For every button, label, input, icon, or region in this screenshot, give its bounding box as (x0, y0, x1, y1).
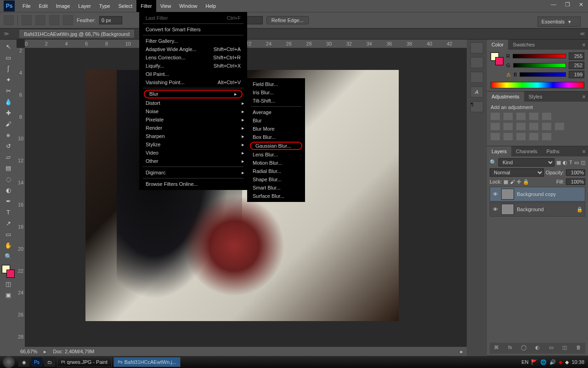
tray-unknown-icon[interactable]: ◆ (565, 359, 569, 365)
hue-adjustment-icon[interactable] (491, 123, 500, 130)
submenu-item-iris-blur-[interactable]: Iris Blur... (247, 88, 305, 97)
crop-tool[interactable]: ✂ (3, 86, 14, 96)
photofilter-adjustment-icon[interactable] (529, 123, 538, 130)
selection-subtract-icon[interactable] (49, 15, 59, 25)
fill-input[interactable] (566, 178, 585, 185)
brush-tool[interactable]: 🖌 (3, 119, 14, 129)
tray-flag-icon[interactable]: 🚩 (531, 359, 537, 365)
menu-item-filter-gallery[interactable]: Filter Gallery... (139, 37, 247, 45)
g-input[interactable] (569, 62, 584, 69)
gradient-tool[interactable]: ▤ (3, 163, 14, 173)
close-button[interactable]: ✕ (574, 0, 588, 9)
menu-item-render[interactable]: Render▸ (139, 124, 247, 132)
layer-group-icon[interactable]: ▭ (547, 345, 555, 352)
menu-type[interactable]: Type (95, 0, 114, 12)
maximize-button[interactable]: ❐ (560, 0, 574, 9)
eraser-tool[interactable]: ▱ (3, 152, 14, 162)
r-slider[interactable] (513, 54, 566, 58)
hue-strip[interactable] (491, 82, 584, 88)
menu-item-browse-filters[interactable]: Browse Filters Online... (139, 180, 247, 188)
b-slider[interactable] (520, 72, 566, 77)
magic-wand-tool[interactable]: ✦ (3, 75, 14, 85)
menu-window[interactable]: Window (175, 0, 201, 12)
dodge-tool[interactable]: ◐ (3, 185, 14, 195)
layer-filter-kind[interactable]: Kind (498, 158, 554, 167)
new-layer-icon[interactable]: ◫ (560, 345, 569, 352)
submenu-item-smart-blur-[interactable]: Smart Blur... (247, 184, 305, 192)
menu-item-blur[interactable]: Blur▸ (144, 90, 243, 98)
taskbar-app[interactable]: PsBafd31HCcAEwtWn.j... (113, 357, 181, 367)
delete-layer-icon[interactable]: 🗑 (574, 345, 582, 352)
menu-item-video[interactable]: Video▸ (139, 149, 247, 157)
layer-mask-icon[interactable]: ◯ (520, 345, 528, 352)
document-tab[interactable]: Bafd31HCcAEwtWn.jpg @ 66,7% (Background (19, 30, 134, 38)
selection-intersect-icon[interactable] (63, 15, 73, 25)
exposure-adjustment-icon[interactable] (529, 113, 538, 120)
start-button[interactable] (3, 356, 15, 368)
gradientmap-adjustment-icon[interactable] (529, 133, 538, 140)
bw-adjustment-icon[interactable] (516, 123, 526, 130)
layer-item[interactable]: 👁Background copy (490, 187, 585, 201)
photoshop-pinned-icon[interactable]: Ps (31, 357, 42, 367)
tab-swatches[interactable]: Swatches (508, 40, 539, 50)
menu-image[interactable]: Image (52, 0, 74, 12)
layer-name[interactable]: Background copy (517, 191, 556, 197)
blur-tool[interactable]: ◌ (3, 174, 14, 184)
character-dock-icon[interactable]: A (470, 86, 483, 98)
layer-fx-icon[interactable]: fx (506, 345, 514, 352)
menu-item-liquify[interactable]: Liquify...Shift+Ctrl+X (139, 62, 247, 70)
g-slider[interactable] (513, 63, 566, 68)
visibility-icon[interactable]: 👁 (492, 191, 498, 197)
lock-all-icon[interactable]: 🔒 (523, 179, 529, 185)
panel-menu-icon[interactable]: ≡ (580, 94, 588, 99)
menu-item-last-filter[interactable]: Last FilterCtrl+F (139, 14, 247, 22)
zoom-tool[interactable]: 🔍 (3, 251, 14, 261)
filter-type-icon[interactable]: T (569, 160, 572, 165)
lock-position-icon[interactable]: ✢ (517, 179, 521, 185)
pen-tool[interactable]: ✒ (3, 196, 14, 206)
tab-channels[interactable]: Channels (511, 146, 542, 156)
menu-select[interactable]: Select (114, 0, 137, 12)
eyedropper-tool[interactable]: 💧 (3, 97, 14, 107)
zoom-readout[interactable]: 66,67% (20, 349, 37, 354)
foreground-background-swatches[interactable] (2, 265, 15, 278)
language-indicator[interactable]: EN (521, 359, 528, 365)
menu-item-stylize[interactable]: Stylize▸ (139, 140, 247, 149)
layer-name[interactable]: Background (517, 207, 544, 212)
menu-item-other[interactable]: Other▸ (139, 157, 247, 165)
menu-item-convert-smart[interactable]: Convert for Smart Filters (139, 25, 247, 34)
lock-image-icon[interactable]: 🖌 (510, 179, 515, 184)
taskbar-app[interactable]: Ptqrwes.JPG - Paint (57, 357, 112, 367)
colorlookup-adjustment-icon[interactable] (555, 123, 564, 130)
feather-input[interactable] (99, 16, 122, 24)
curves-adjustment-icon[interactable] (516, 113, 526, 120)
menu-item-adaptive-wide-angle[interactable]: Adaptive Wide Angle...Shift+Ctrl+A (139, 45, 247, 53)
menu-view[interactable]: View (156, 0, 175, 12)
adjustment-layer-icon[interactable]: ◐ (533, 345, 542, 352)
submenu-item-blur[interactable]: Blur (247, 116, 305, 125)
threshold-adjustment-icon[interactable] (516, 133, 526, 140)
submenu-item-surface-blur-[interactable]: Surface Blur... (247, 192, 305, 200)
history-brush-tool[interactable]: ↺ (3, 141, 14, 151)
refine-edge-button[interactable]: Refine Edge... (266, 16, 309, 24)
filter-smart-icon[interactable]: ◫ (581, 160, 585, 166)
rectangle-tool[interactable]: ▭ (3, 229, 14, 239)
filter-image-icon[interactable]: ▦ (556, 160, 561, 166)
color-swatch-pair[interactable] (491, 52, 503, 65)
path-selection-tool[interactable]: ↗ (3, 218, 14, 228)
lock-transparency-icon[interactable]: ▦ (503, 179, 508, 185)
tab-styles[interactable]: Styles (524, 92, 547, 102)
submenu-item-field-blur-[interactable]: Field Blur... (247, 80, 305, 88)
screen-mode-icon[interactable]: ▣ (3, 290, 14, 300)
expand-dock-icon[interactable]: ≫ (4, 31, 9, 37)
hand-tool[interactable]: ✋ (3, 240, 14, 250)
layer-thumbnail[interactable] (501, 204, 514, 215)
submenu-item-motion-blur-[interactable]: Motion Blur... (247, 159, 305, 167)
tab-color[interactable]: Color (487, 40, 508, 50)
brightness-adjustment-icon[interactable] (491, 113, 500, 120)
explorer-icon[interactable]: 🗀 (44, 357, 55, 367)
selection-new-icon[interactable] (22, 15, 32, 25)
menu-help[interactable]: Help (201, 0, 220, 12)
menu-filter[interactable]: Filter (136, 0, 156, 12)
selection-add-icon[interactable] (35, 15, 45, 25)
